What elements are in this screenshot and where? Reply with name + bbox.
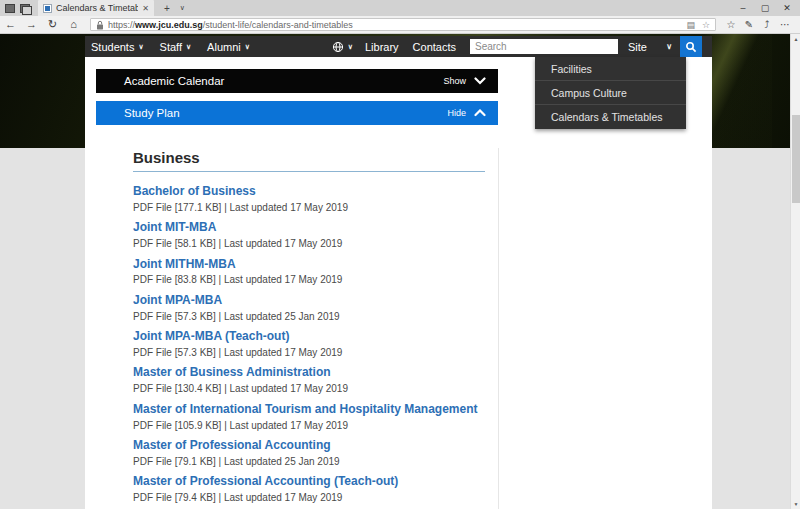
home-button[interactable]: ⌂: [63, 16, 84, 33]
accordion-label: Academic Calendar: [124, 75, 224, 87]
search-input[interactable]: [470, 39, 618, 54]
nav-alumni[interactable]: Alumni ∨: [207, 41, 250, 53]
chevron-down-icon: ∨: [138, 43, 143, 51]
content-divider: [498, 148, 499, 509]
pdf-meta: PDF File [105.9 KB] | Last updated 17 Ma…: [133, 420, 485, 432]
pdf-meta: PDF File [57.3 KB] | Last updated 25 Jan…: [133, 311, 485, 323]
padlock-icon: [96, 20, 104, 30]
search-scope-dropdown[interactable]: Site ∨: [618, 41, 680, 53]
web-page: Students ∨ Staff ∨ Alumni ∨ ∨: [0, 34, 800, 509]
list-item: Master of Professional Accounting PDF Fi…: [133, 439, 485, 467]
maximize-button[interactable]: ▢: [754, 0, 776, 16]
nav-library[interactable]: Library: [365, 41, 399, 53]
section-dropdown-menu: Facilities Campus Culture Calendars & Ti…: [535, 57, 686, 129]
address-bar: ← → ↻ ⌂ https://www.jcu.edu.sg/student-l…: [0, 16, 800, 34]
pdf-link[interactable]: Bachelor of Business: [133, 185, 485, 199]
accordion-toggle: Hide: [447, 108, 486, 118]
site-navbar: Students ∨ Staff ∨ Alumni ∨ ∨: [85, 36, 712, 57]
chevron-down-icon: ∨: [186, 43, 191, 51]
browser-tab[interactable]: Calendars & Timetables ✕: [38, 0, 154, 16]
language-selector[interactable]: ∨: [332, 41, 353, 53]
close-button[interactable]: ✕: [776, 0, 798, 16]
list-item: Master of Business Administration PDF Fi…: [133, 366, 485, 394]
accordion-action-label: Hide: [447, 108, 466, 118]
pdf-link[interactable]: Joint MITHM-MBA: [133, 258, 485, 272]
scroll-up-icon[interactable]: ▲: [791, 34, 800, 44]
pdf-meta: PDF File [177.1 KB] | Last updated 17 Ma…: [133, 202, 485, 214]
tab-close-icon[interactable]: ✕: [142, 4, 149, 13]
scroll-down-icon[interactable]: ▼: [791, 499, 800, 509]
back-button[interactable]: ←: [0, 16, 21, 33]
menu-item-campus-culture[interactable]: Campus Culture: [535, 81, 686, 105]
pdf-link[interactable]: Joint MPA-MBA (Teach-out): [133, 330, 485, 344]
url-domain: www.jcu.edu.sg: [135, 20, 203, 30]
pdf-meta: PDF File [57.3 KB] | Last updated 17 May…: [133, 347, 485, 359]
chevron-down-icon: ∨: [666, 42, 672, 51]
tab-title: Calendars & Timetables: [56, 3, 138, 13]
minimize-button[interactable]: –: [732, 0, 754, 16]
menu-item-facilities[interactable]: Facilities: [535, 57, 686, 81]
chevron-down-icon: ∨: [348, 43, 353, 51]
pdf-link[interactable]: Master of International Tourism and Hosp…: [133, 403, 485, 417]
search-scope-label: Site: [628, 41, 647, 53]
share-icon[interactable]: ⤴: [758, 19, 776, 30]
file-list: Bachelor of Business PDF File [177.1 KB]…: [133, 185, 485, 504]
pdf-meta: PDF File [79.1 KB] | Last updated 25 Jan…: [133, 456, 485, 468]
tab-strip: Calendars & Timetables ✕ + ∨ – ▢ ✕: [0, 0, 800, 16]
web-notes-pen-icon[interactable]: ✎: [740, 19, 758, 30]
pdf-link[interactable]: Master of Professional Accounting (Teach…: [133, 475, 485, 489]
scrollbar-thumb[interactable]: [792, 115, 800, 203]
url-scheme: https://: [108, 20, 135, 30]
business-section: Business Bachelor of Business PDF File […: [133, 149, 485, 504]
search-button[interactable]: [680, 36, 702, 57]
globe-icon: [332, 41, 344, 53]
accordion-toggle: Show: [443, 76, 486, 86]
reading-view-icon[interactable]: ▤: [686, 20, 695, 30]
more-options-icon[interactable]: ⋯: [776, 19, 794, 30]
navbar-right: ∨ Library Contacts Site ∨: [332, 36, 712, 57]
list-item: Bachelor of Business PDF File [177.1 KB]…: [133, 185, 485, 213]
list-item: Joint MITHM-MBA PDF File [83.8 KB] | Las…: [133, 258, 485, 286]
nav-contacts[interactable]: Contacts: [413, 41, 456, 53]
toolbar-icons: ☆ ✎ ⤴ ⋯: [722, 19, 800, 30]
list-item: Master of Professional Accounting (Teach…: [133, 475, 485, 503]
pdf-link[interactable]: Master of Professional Accounting: [133, 439, 485, 453]
list-item: Joint MPA-MBA PDF File [57.3 KB] | Last …: [133, 294, 485, 322]
nav-students-label: Students: [91, 41, 134, 53]
pdf-meta: PDF File [83.8 KB] | Last updated 17 May…: [133, 274, 485, 286]
nav-staff[interactable]: Staff ∨: [160, 41, 192, 53]
list-item: Joint MPA-MBA (Teach-out) PDF File [57.3…: [133, 330, 485, 358]
chevron-down-icon: ∨: [245, 43, 250, 51]
tab-preview-chevron-icon[interactable]: ∨: [180, 4, 185, 12]
nav-alumni-label: Alumni: [207, 41, 241, 53]
pdf-meta: PDF File [79.4 KB] | Last updated 17 May…: [133, 492, 485, 504]
accordion-study-plan[interactable]: Study Plan Hide: [96, 101, 498, 125]
pdf-link[interactable]: Joint MIT-MBA: [133, 221, 485, 235]
accordion-academic-calendar[interactable]: Academic Calendar Show: [96, 69, 498, 93]
chevron-up-icon: [474, 109, 486, 117]
pdf-link[interactable]: Master of Business Administration: [133, 366, 485, 380]
pdf-meta: PDF File [130.4 KB] | Last updated 17 Ma…: [133, 383, 485, 395]
add-favorite-star-icon[interactable]: ☆: [702, 20, 710, 30]
search-icon: [685, 41, 697, 53]
window-controls: – ▢ ✕: [732, 0, 798, 16]
tabs-preview-icon[interactable]: [20, 4, 30, 13]
url-field[interactable]: https://www.jcu.edu.sg/student-life/cale…: [90, 18, 716, 31]
set-tabs-aside-icon[interactable]: [5, 4, 15, 13]
nav-students[interactable]: Students ∨: [91, 41, 144, 53]
list-item: Master of International Tourism and Hosp…: [133, 403, 485, 431]
accordion-label: Study Plan: [124, 107, 180, 119]
section-title: Business: [133, 149, 485, 172]
menu-item-calendars-timetables[interactable]: Calendars & Timetables: [535, 105, 686, 129]
forward-button[interactable]: →: [21, 16, 42, 33]
list-item: Joint MIT-MBA PDF File [58.1 KB] | Last …: [133, 221, 485, 249]
new-tab-button[interactable]: +: [164, 3, 170, 14]
pdf-link[interactable]: Joint MPA-MBA: [133, 294, 485, 308]
nav-staff-label: Staff: [160, 41, 182, 53]
refresh-button[interactable]: ↻: [42, 16, 63, 33]
favorites-hub-icon[interactable]: ☆: [722, 19, 740, 30]
url-text: https://www.jcu.edu.sg/student-life/cale…: [108, 20, 353, 30]
page-scrollbar[interactable]: ▲ ▼: [790, 34, 800, 509]
site-favicon-icon: [43, 4, 52, 13]
chevron-down-icon: [474, 77, 486, 85]
